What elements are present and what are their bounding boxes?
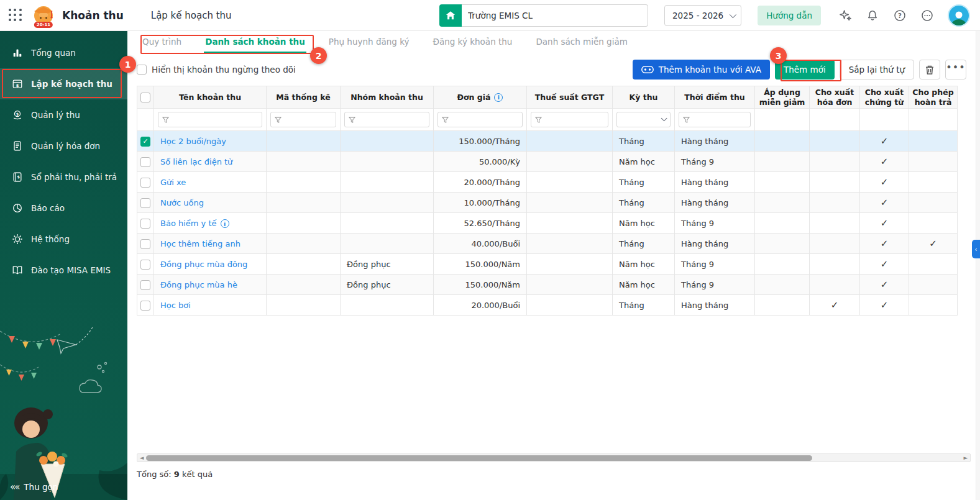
col-header-nhom-khoan-thu[interactable]: Nhóm khoản thu [341, 86, 434, 109]
row-checkbox[interactable] [140, 137, 150, 147]
tab-dang-ky-khoan-thu[interactable]: Đăng ký khoản thu [431, 31, 513, 53]
table-row[interactable]: Học thêm tiếng anhi 40.000/Buổi Tháng Hà… [137, 234, 958, 254]
filter-input-ten-khoan-thu[interactable] [158, 112, 262, 127]
select-all-checkbox[interactable] [140, 93, 150, 102]
col-header-ten-khoan-thu[interactable]: Tên khoản thu [154, 86, 267, 109]
sidebar-collapse-button[interactable]: «« Thu gọn [10, 481, 58, 493]
guide-button[interactable]: Hướng dẫn [758, 6, 821, 25]
school-year-select[interactable]: 2025 - 2026 [664, 5, 741, 26]
table-row[interactable]: Bảo hiểm y tếi 52.650/Tháng Năm học Thán… [137, 213, 958, 234]
horizontal-scrollbar-thumb[interactable] [146, 455, 812, 461]
fee-name-link[interactable]: Học bơi [160, 301, 191, 310]
app-launcher-icon[interactable] [9, 9, 22, 22]
fee-name-link[interactable]: Học 2 buổi/ngày [160, 137, 226, 146]
info-icon[interactable]: i [494, 93, 503, 102]
row-checkbox[interactable] [140, 301, 150, 311]
refund-check [909, 254, 958, 275]
row-checkbox[interactable] [140, 280, 150, 290]
filter-input-don-gia[interactable] [437, 112, 523, 127]
home-icon[interactable] [439, 4, 462, 27]
sidebar-item-quan-ly-hoa-don[interactable]: Quản lý hóa đơn [0, 130, 127, 161]
col-header-ky-thu[interactable]: Kỳ thu [613, 86, 675, 109]
exempt-check [755, 152, 810, 172]
add-with-ava-button[interactable]: Thêm khoản thu với AVA [633, 60, 770, 80]
chevron-down-icon [661, 116, 667, 122]
sidebar-item-so-phai-thu[interactable]: $ Sổ phải thu, phải trả [0, 161, 127, 193]
help-icon[interactable]: ? [893, 9, 907, 22]
vertical-scrollbar-track[interactable] [976, 31, 980, 500]
ava-button-label: Thêm khoản thu với AVA [659, 65, 761, 75]
trash-icon [925, 65, 935, 75]
fee-name-link[interactable]: Học thêm tiếng anh [160, 239, 240, 248]
tab-phu-huynh-dang-ky[interactable]: Phụ huynh đăng ký [327, 31, 411, 53]
col-header-cho-xuat-chung-tu[interactable]: Cho xuất chứng từ [860, 86, 909, 109]
fee-name-link[interactable]: Đồng phục mùa đông [160, 260, 247, 269]
filter-input-thue-suat[interactable] [531, 112, 608, 127]
tab-quy-trinh[interactable]: Quy trình [141, 31, 183, 53]
table-row[interactable]: Học bơii 20.000/Buổi Tháng Hàng tháng ✓ … [137, 295, 958, 316]
col-header-cho-phep-hoan-tra[interactable]: Cho phép hoàn trả [909, 86, 958, 109]
col-header-ap-dung-mien-giam[interactable]: Áp dụng miễn giảm [755, 86, 810, 109]
sidebar-item-quan-ly-thu[interactable]: $ Quản lý thu [0, 99, 127, 130]
ai-sparkle-icon[interactable] [838, 9, 852, 22]
horizontal-scrollbar[interactable]: ◄ ► [137, 453, 971, 462]
table-row[interactable]: Gửi xei 20.000/Tháng Tháng Hàng tháng ✓ [137, 172, 958, 193]
row-checkbox[interactable] [140, 178, 150, 188]
sidebar-item-label: Hệ thống [31, 234, 70, 244]
refund-check [909, 213, 958, 234]
row-checkbox[interactable] [140, 260, 150, 270]
sidebar-item-tong-quan[interactable]: Tổng quan [0, 37, 127, 68]
sidebar-item-label: Sổ phải thu, phải trả [31, 172, 117, 182]
delete-button[interactable] [919, 60, 940, 80]
side-panel-toggle[interactable]: ‹ [972, 240, 980, 258]
sidebar-item-dao-tao[interactable]: Đào tạo MISA EMIS [0, 255, 127, 286]
fee-name-link[interactable]: Đồng phục mùa hè [160, 280, 237, 289]
invoice-check [810, 213, 860, 234]
table-row[interactable]: Đồng phục mùa hèi Đồng phục 150.000/Năm … [137, 275, 958, 295]
collapse-label: Thu gọn [24, 482, 58, 492]
exempt-check [755, 275, 810, 295]
more-actions-button[interactable]: ••• [945, 60, 966, 80]
table-row[interactable]: Đồng phục mùa đôngi Đồng phục 150.000/Nă… [137, 254, 958, 275]
user-avatar[interactable] [948, 4, 970, 27]
row-checkbox[interactable] [140, 239, 150, 249]
scroll-right-arrow[interactable]: ► [961, 455, 970, 461]
more-options-icon[interactable] [920, 9, 934, 22]
col-header-don-gia[interactable]: Đơn giái [434, 86, 527, 109]
row-checkbox[interactable] [140, 219, 150, 229]
col-header-cho-xuat-hoa-don[interactable]: Cho xuất hóa đơn [810, 86, 860, 109]
sidebar-item-he-thong[interactable]: Hệ thống [0, 224, 127, 255]
fee-name-link[interactable]: Sổ liên lạc điện tử [160, 157, 232, 166]
row-checkbox[interactable] [140, 157, 150, 167]
scroll-left-arrow[interactable]: ◄ [137, 455, 146, 461]
tab-danh-sach-mien-giam[interactable]: Danh sách miễn giảm [534, 31, 628, 53]
sidebar: Tổng quan $ Lập kế hoạch thu $ Quản lý t… [0, 31, 127, 500]
col-header-ma-thong-ke[interactable]: Mã thống kê [267, 86, 341, 109]
fee-name-link[interactable]: Bảo hiểm y tế [160, 219, 217, 228]
col-header-thue-suat[interactable]: Thuế suất GTGT [527, 86, 613, 109]
table-row[interactable]: Nước uốngi 10.000/Tháng Tháng Hàng tháng… [137, 193, 958, 213]
sidebar-item-lap-ke-hoach-thu[interactable]: $ Lập kế hoạch thu [0, 68, 127, 99]
fee-name-link[interactable]: Nước uống [160, 198, 204, 207]
row-checkbox[interactable] [140, 198, 150, 208]
invoice-check: ✓ [810, 295, 860, 316]
col-header-thoi-diem-thu[interactable]: Thời điểm thu [675, 86, 755, 109]
table-row[interactable]: Sổ liên lạc điện tửi 50.000/Kỳ Năm học T… [137, 152, 958, 172]
notifications-bell-icon[interactable] [866, 9, 879, 22]
reorder-button[interactable]: Sắp lại thứ tự [840, 60, 914, 80]
invoice-check [810, 152, 860, 172]
voucher-check: ✓ [860, 295, 909, 316]
ledger-icon: $ [11, 171, 24, 183]
sidebar-item-bao-cao[interactable]: Báo cáo [0, 193, 127, 224]
sidebar-item-label: Tổng quan [31, 48, 76, 58]
school-input[interactable] [462, 4, 648, 27]
info-icon[interactable]: i [221, 219, 229, 228]
top-icon-group: ? [838, 9, 934, 22]
tab-danh-sach-khoan-thu[interactable]: Danh sách khoản thu [204, 31, 306, 53]
fee-name-link[interactable]: Gửi xe [160, 178, 186, 187]
table-row[interactable]: Học 2 buổi/ngàyi 150.000/Tháng Tháng Hàn… [137, 131, 958, 152]
add-new-button[interactable]: Thêm mới [775, 60, 835, 80]
show-hidden-checkbox[interactable] [137, 65, 147, 75]
filter-select-ky-thu[interactable] [616, 112, 671, 127]
filter-input-nhom-khoan-thu[interactable] [344, 112, 429, 127]
